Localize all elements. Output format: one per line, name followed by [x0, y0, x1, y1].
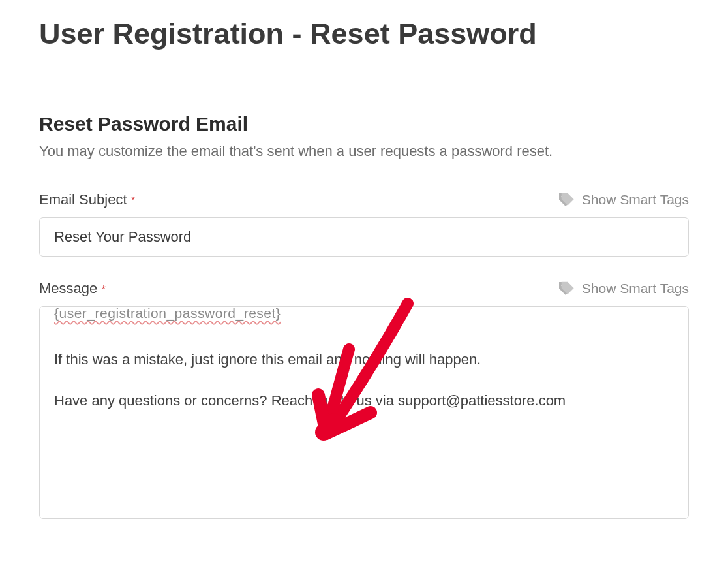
field-email-subject: Email Subject * Show Smart Tags — [39, 191, 689, 257]
required-asterisk: * — [102, 284, 106, 295]
email-subject-label: Email Subject — [39, 191, 127, 208]
message-label: Message — [39, 280, 97, 297]
message-squiggle-text: {user_registration_password_reset} — [54, 306, 281, 321]
section-description: You may customize the email that's sent … — [39, 142, 689, 161]
message-textarea[interactable]: {user_registration_password_reset} If th… — [39, 306, 689, 519]
show-smart-tags-button[interactable]: Show Smart Tags — [558, 281, 689, 296]
email-subject-input[interactable] — [39, 217, 689, 257]
required-asterisk: * — [131, 195, 135, 206]
field-message: Message * Show Smart Tags {user_registra… — [39, 280, 689, 519]
page-title: User Registration - Reset Password — [39, 16, 689, 52]
show-smart-tags-label: Show Smart Tags — [582, 281, 689, 296]
page-container: User Registration - Reset Password Reset… — [0, 0, 728, 566]
message-paragraph-2: Have any questions or concerns? Reach ou… — [54, 390, 674, 411]
show-smart-tags-button[interactable]: Show Smart Tags — [558, 192, 689, 208]
tags-icon — [558, 281, 575, 296]
field-label-wrap: Email Subject * — [39, 191, 135, 208]
message-squiggle-row: {user_registration_password_reset} — [40, 307, 688, 329]
divider — [39, 76, 689, 76]
field-header: Message * Show Smart Tags — [39, 280, 689, 297]
message-body: If this was a mistake, just ignore this … — [40, 349, 688, 518]
section-title: Reset Password Email — [39, 113, 689, 135]
tags-icon — [558, 193, 575, 207]
field-header: Email Subject * Show Smart Tags — [39, 191, 689, 208]
field-label-wrap: Message * — [39, 280, 106, 297]
show-smart-tags-label: Show Smart Tags — [582, 192, 689, 208]
message-paragraph-1: If this was a mistake, just ignore this … — [54, 349, 674, 370]
